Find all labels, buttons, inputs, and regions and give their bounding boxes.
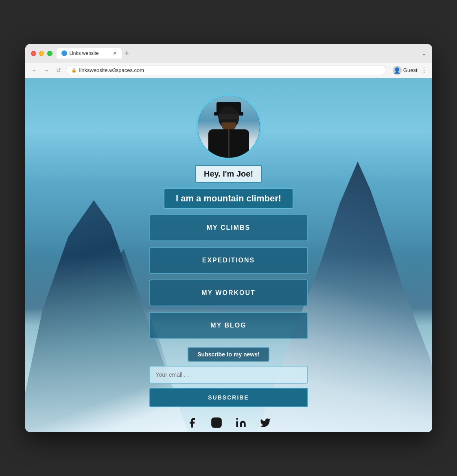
greeting-text: Hey. I'm Joe! — [204, 169, 253, 178]
person-beard — [221, 122, 236, 130]
svg-point-1 — [214, 421, 218, 424]
minimize-button[interactable] — [39, 51, 44, 56]
linkedin-icon[interactable] — [234, 415, 248, 430]
tab-favicon: 🌐 — [61, 50, 67, 56]
reload-button[interactable]: ↺ — [55, 66, 63, 74]
url-text: linkswebsite.w3spaces.com — [79, 67, 144, 73]
active-tab[interactable]: 🌐 Links website ✕ — [57, 48, 122, 59]
new-tab-button[interactable]: + — [123, 49, 131, 58]
facebook-icon[interactable] — [185, 415, 199, 430]
browser-right-controls: 👤 Guest ⋮ — [393, 66, 427, 75]
blog-button[interactable]: MY BLOG — [149, 312, 308, 339]
tab-bar: 🌐 Links website ✕ + — [57, 48, 418, 59]
social-bar — [185, 415, 273, 430]
maximize-button[interactable] — [47, 51, 52, 56]
traffic-lights — [31, 51, 52, 56]
address-input[interactable]: 🔒 linkswebsite.w3spaces.com — [66, 65, 386, 75]
tab-title: Links website — [70, 50, 99, 56]
browser-menu-button[interactable]: ⌄ — [422, 50, 426, 57]
workout-button[interactable]: MY WORKOUT — [149, 279, 308, 306]
expeditions-button[interactable]: EXPEDITIONS — [149, 247, 308, 274]
close-button[interactable] — [31, 51, 36, 56]
browser-window: 🌐 Links website ✕ + ⌄ ← → ↺ 🔒 linkswebsi… — [25, 44, 432, 432]
avatar-image — [198, 96, 260, 158]
tab-close-button[interactable]: ✕ — [113, 50, 117, 56]
subscribe-section: Subscribe to my news! SUBSCRIBE — [149, 347, 308, 407]
person-jacket-zipper — [228, 129, 230, 158]
subtitle-tag: I am a mountain climber! — [164, 188, 293, 209]
address-bar: ← → ↺ 🔒 linkswebsite.w3spaces.com 👤 Gues… — [25, 63, 432, 78]
instagram-icon[interactable] — [209, 415, 224, 430]
user-avatar-icon: 👤 — [393, 66, 402, 75]
user-label: Guest — [403, 67, 418, 73]
svg-point-4 — [236, 418, 238, 420]
lock-icon: 🔒 — [71, 68, 77, 73]
forward-button[interactable]: → — [42, 66, 51, 74]
back-button[interactable]: ← — [30, 66, 39, 74]
browser-titlebar: 🌐 Links website ✕ + ⌄ — [25, 44, 432, 63]
browser-dots-menu[interactable]: ⋮ — [421, 66, 427, 74]
email-input[interactable] — [149, 366, 308, 384]
svg-point-2 — [219, 419, 219, 420]
name-tag: Hey. I'm Joe! — [195, 165, 262, 183]
twitter-icon[interactable] — [258, 415, 273, 430]
svg-rect-3 — [236, 421, 238, 427]
subscribe-label-button[interactable]: Subscribe to my news! — [188, 347, 269, 362]
subscribe-button[interactable]: SUBSCRIBE — [149, 388, 308, 407]
avatar — [196, 94, 261, 159]
user-chip[interactable]: 👤 Guest — [393, 66, 418, 75]
subtitle-text: I am a mountain climber! — [176, 193, 281, 203]
page-content: Hey. I'm Joe! I am a mountain climber! M… — [25, 78, 432, 432]
content-container: Hey. I'm Joe! I am a mountain climber! M… — [25, 78, 432, 430]
person-glasses — [218, 114, 239, 119]
climbs-button[interactable]: MY CLIMBS — [149, 214, 308, 241]
